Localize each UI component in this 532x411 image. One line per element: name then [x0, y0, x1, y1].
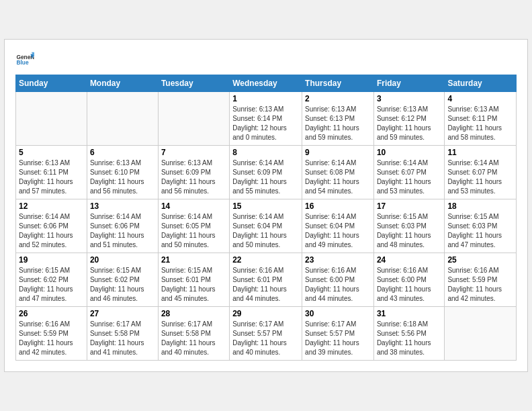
calendar-cell: 27Sunrise: 6:17 AM Sunset: 5:58 PM Dayli… [87, 307, 158, 361]
day-number: 23 [305, 255, 371, 265]
calendar-week-4: 19Sunrise: 6:15 AM Sunset: 6:02 PM Dayli… [16, 253, 517, 307]
day-number: 20 [90, 255, 155, 265]
calendar-cell: 2Sunrise: 6:13 AM Sunset: 6:13 PM Daylig… [302, 92, 374, 146]
day-info: Sunrise: 6:15 AM Sunset: 6:03 PM Dayligh… [447, 212, 513, 250]
day-number: 9 [305, 148, 371, 157]
day-info: Sunrise: 6:16 AM Sunset: 6:01 PM Dayligh… [232, 266, 299, 304]
weekday-header-monday: Monday [87, 75, 158, 92]
day-info: Sunrise: 6:15 AM Sunset: 6:02 PM Dayligh… [19, 266, 84, 304]
calendar-cell: 26Sunrise: 6:16 AM Sunset: 5:59 PM Dayli… [16, 307, 87, 361]
calendar-header: General Blue [15, 50, 517, 69]
day-number: 29 [232, 309, 299, 318]
day-number: 30 [305, 309, 371, 318]
calendar-container: General Blue SundayMondayTuesdayWednesda… [4, 39, 528, 372]
day-info: Sunrise: 6:14 AM Sunset: 6:07 PM Dayligh… [377, 158, 441, 196]
calendar-cell: 1Sunrise: 6:13 AM Sunset: 6:14 PM Daylig… [230, 92, 302, 146]
calendar-cell: 23Sunrise: 6:16 AM Sunset: 6:00 PM Dayli… [302, 253, 374, 307]
day-info: Sunrise: 6:13 AM Sunset: 6:09 PM Dayligh… [161, 158, 226, 196]
day-number: 11 [447, 148, 513, 157]
day-number: 3 [377, 94, 441, 103]
calendar-week-5: 26Sunrise: 6:16 AM Sunset: 5:59 PM Dayli… [16, 307, 517, 361]
calendar-cell: 13Sunrise: 6:14 AM Sunset: 6:06 PM Dayli… [87, 199, 158, 253]
calendar-cell: 5Sunrise: 6:13 AM Sunset: 6:11 PM Daylig… [16, 146, 87, 199]
day-number: 13 [90, 201, 155, 211]
calendar-cell [16, 92, 87, 146]
calendar-cell: 22Sunrise: 6:16 AM Sunset: 6:01 PM Dayli… [230, 253, 302, 307]
day-number: 10 [377, 148, 441, 157]
day-info: Sunrise: 6:13 AM Sunset: 6:12 PM Dayligh… [377, 105, 441, 142]
calendar-cell [158, 92, 229, 146]
calendar-cell: 28Sunrise: 6:17 AM Sunset: 5:58 PM Dayli… [158, 307, 229, 361]
calendar-cell: 30Sunrise: 6:17 AM Sunset: 5:57 PM Dayli… [302, 307, 374, 361]
day-info: Sunrise: 6:15 AM Sunset: 6:02 PM Dayligh… [90, 266, 155, 304]
weekday-header-saturday: Saturday [445, 75, 517, 92]
calendar-cell: 16Sunrise: 6:14 AM Sunset: 6:04 PM Dayli… [302, 199, 374, 253]
day-number: 24 [377, 255, 441, 265]
calendar-cell: 4Sunrise: 6:13 AM Sunset: 6:11 PM Daylig… [445, 92, 517, 146]
calendar-cell: 31Sunrise: 6:18 AM Sunset: 5:56 PM Dayli… [373, 307, 444, 361]
day-info: Sunrise: 6:15 AM Sunset: 6:01 PM Dayligh… [161, 266, 226, 304]
day-number: 19 [19, 255, 84, 265]
day-number: 2 [305, 94, 371, 103]
day-number: 1 [232, 94, 299, 103]
weekday-header-friday: Friday [373, 75, 444, 92]
calendar-cell [445, 307, 517, 361]
day-number: 18 [447, 201, 513, 211]
day-info: Sunrise: 6:17 AM Sunset: 5:57 PM Dayligh… [305, 320, 371, 357]
calendar-cell: 17Sunrise: 6:15 AM Sunset: 6:03 PM Dayli… [373, 199, 444, 253]
day-info: Sunrise: 6:15 AM Sunset: 6:03 PM Dayligh… [377, 212, 441, 250]
weekday-header-sunday: Sunday [16, 75, 87, 92]
day-number: 7 [161, 148, 226, 157]
day-info: Sunrise: 6:13 AM Sunset: 6:11 PM Dayligh… [19, 158, 84, 196]
calendar-cell: 12Sunrise: 6:14 AM Sunset: 6:06 PM Dayli… [16, 199, 87, 253]
day-info: Sunrise: 6:16 AM Sunset: 5:59 PM Dayligh… [447, 266, 513, 304]
day-info: Sunrise: 6:17 AM Sunset: 5:58 PM Dayligh… [90, 320, 155, 357]
weekday-header-row: SundayMondayTuesdayWednesdayThursdayFrid… [16, 75, 517, 92]
calendar-cell: 25Sunrise: 6:16 AM Sunset: 5:59 PM Dayli… [445, 253, 517, 307]
day-info: Sunrise: 6:13 AM Sunset: 6:10 PM Dayligh… [90, 158, 155, 196]
weekday-header-tuesday: Tuesday [158, 75, 229, 92]
day-number: 14 [161, 201, 226, 211]
calendar-cell: 20Sunrise: 6:15 AM Sunset: 6:02 PM Dayli… [87, 253, 158, 307]
day-number: 6 [90, 148, 155, 157]
day-info: Sunrise: 6:14 AM Sunset: 6:08 PM Dayligh… [305, 158, 371, 196]
calendar-cell: 3Sunrise: 6:13 AM Sunset: 6:12 PM Daylig… [373, 92, 444, 146]
calendar-week-1: 1Sunrise: 6:13 AM Sunset: 6:14 PM Daylig… [16, 92, 517, 146]
day-number: 16 [305, 201, 371, 211]
calendar-cell: 8Sunrise: 6:14 AM Sunset: 6:09 PM Daylig… [230, 146, 302, 199]
day-info: Sunrise: 6:13 AM Sunset: 6:13 PM Dayligh… [305, 105, 371, 142]
day-number: 17 [377, 201, 441, 211]
calendar-cell [87, 92, 158, 146]
calendar-cell: 15Sunrise: 6:14 AM Sunset: 6:04 PM Dayli… [230, 199, 302, 253]
calendar-cell: 21Sunrise: 6:15 AM Sunset: 6:01 PM Dayli… [158, 253, 229, 307]
day-number: 4 [447, 94, 513, 103]
day-info: Sunrise: 6:18 AM Sunset: 5:56 PM Dayligh… [377, 320, 441, 357]
day-info: Sunrise: 6:14 AM Sunset: 6:07 PM Dayligh… [447, 158, 513, 196]
calendar-cell: 9Sunrise: 6:14 AM Sunset: 6:08 PM Daylig… [302, 146, 374, 199]
weekday-header-wednesday: Wednesday [230, 75, 302, 92]
day-info: Sunrise: 6:17 AM Sunset: 5:58 PM Dayligh… [161, 320, 226, 357]
calendar-cell: 29Sunrise: 6:17 AM Sunset: 5:57 PM Dayli… [230, 307, 302, 361]
logo: General Blue [15, 50, 34, 69]
calendar-week-3: 12Sunrise: 6:14 AM Sunset: 6:06 PM Dayli… [16, 199, 517, 253]
day-number: 26 [19, 309, 84, 318]
calendar-cell: 24Sunrise: 6:16 AM Sunset: 6:00 PM Dayli… [373, 253, 444, 307]
day-info: Sunrise: 6:13 AM Sunset: 6:11 PM Dayligh… [447, 105, 513, 142]
day-info: Sunrise: 6:14 AM Sunset: 6:05 PM Dayligh… [161, 212, 226, 250]
day-info: Sunrise: 6:14 AM Sunset: 6:04 PM Dayligh… [305, 212, 371, 250]
day-info: Sunrise: 6:16 AM Sunset: 5:59 PM Dayligh… [19, 320, 84, 357]
day-number: 15 [232, 201, 299, 211]
calendar-cell: 14Sunrise: 6:14 AM Sunset: 6:05 PM Dayli… [158, 199, 229, 253]
day-number: 27 [90, 309, 155, 318]
day-info: Sunrise: 6:14 AM Sunset: 6:04 PM Dayligh… [232, 212, 299, 250]
weekday-header-thursday: Thursday [302, 75, 374, 92]
svg-text:Blue: Blue [16, 59, 28, 66]
calendar-cell: 18Sunrise: 6:15 AM Sunset: 6:03 PM Dayli… [445, 199, 517, 253]
calendar-cell: 19Sunrise: 6:15 AM Sunset: 6:02 PM Dayli… [16, 253, 87, 307]
day-info: Sunrise: 6:17 AM Sunset: 5:57 PM Dayligh… [232, 320, 299, 357]
day-info: Sunrise: 6:16 AM Sunset: 6:00 PM Dayligh… [305, 266, 371, 304]
calendar-cell: 11Sunrise: 6:14 AM Sunset: 6:07 PM Dayli… [445, 146, 517, 199]
day-info: Sunrise: 6:13 AM Sunset: 6:14 PM Dayligh… [232, 105, 299, 142]
calendar-cell: 6Sunrise: 6:13 AM Sunset: 6:10 PM Daylig… [87, 146, 158, 199]
day-number: 28 [161, 309, 226, 318]
